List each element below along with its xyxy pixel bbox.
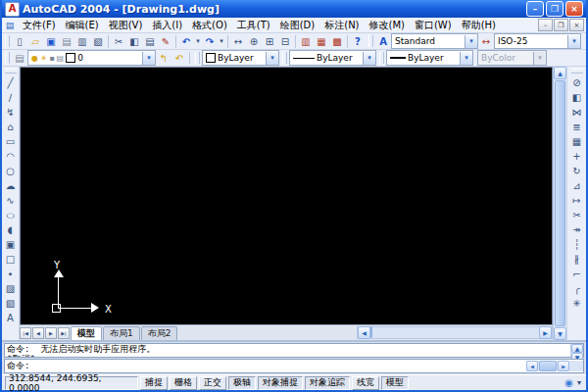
zoom-window-button[interactable]: ⊞: [262, 34, 277, 49]
layer-combo[interactable]: ● ☀ ▪ ▤ 0 ▾: [27, 50, 156, 66]
open-button[interactable]: ▱: [27, 34, 43, 49]
toolbar-grip[interactable]: [571, 69, 583, 74]
horizontal-scroll-thumb[interactable]: [370, 326, 372, 338]
chevron-down-icon[interactable]: ▾: [266, 52, 278, 65]
tab-model[interactable]: 模型: [71, 326, 102, 340]
menu-help[interactable]: 帮助(H): [457, 19, 501, 32]
snap-toggle[interactable]: 捕捉: [140, 376, 168, 390]
chevron-down-icon[interactable]: ▾: [363, 52, 375, 65]
scroll-right-arrow-icon[interactable]: ▶: [558, 361, 569, 371]
scroll-down-arrow-icon[interactable]: ▼: [554, 327, 566, 340]
menu-dimension[interactable]: 标注(N): [319, 19, 364, 32]
multiline-text-button[interactable]: A: [3, 311, 19, 325]
scroll-right-arrow-icon[interactable]: ▶: [539, 326, 552, 339]
paste-icon[interactable]: ▤: [142, 34, 158, 49]
redo-dropdown-arrow[interactable]: ▾: [218, 34, 225, 49]
color-combo[interactable]: ByLayer ▾: [202, 50, 279, 66]
toolbar-grip[interactable]: [5, 35, 10, 47]
minimize-button[interactable]: –: [526, 1, 544, 17]
scroll-up-arrow-icon[interactable]: ▲: [571, 344, 583, 353]
ellipse-arc-button[interactable]: ◖: [3, 222, 19, 237]
menu-file[interactable]: 文件(F): [18, 19, 61, 32]
zoom-previous-button[interactable]: ⊟: [277, 34, 293, 49]
chamfer-button[interactable]: ⌐: [569, 267, 585, 281]
erase-button[interactable]: ⊘: [569, 75, 585, 90]
new-button[interactable]: ▯: [12, 34, 27, 49]
dim-style-icon[interactable]: ↔: [478, 34, 494, 49]
make-object-layer-current-button[interactable]: ↰: [156, 51, 172, 66]
drawing-canvas[interactable]: Y X: [20, 67, 553, 324]
explode-button[interactable]: ✳: [569, 296, 585, 311]
command-vertical-scrollbar[interactable]: ▲ ▼: [570, 344, 583, 357]
communication-center-icon[interactable]: ◉: [564, 377, 573, 388]
undo-button[interactable]: ↶: [178, 34, 194, 49]
command-horizontal-scrollbar[interactable]: ◀ ▶: [526, 361, 583, 371]
otrack-toggle[interactable]: 对象追踪: [305, 376, 350, 390]
status-bar-menu-arrow-icon[interactable]: ▾: [575, 378, 583, 387]
break-button[interactable]: ∦: [569, 252, 585, 267]
circle-button[interactable]: ○: [3, 164, 19, 178]
toolbar-grip[interactable]: [5, 52, 10, 64]
save-button[interactable]: ▣: [43, 34, 59, 49]
menu-draw[interactable]: 绘图(D): [275, 19, 320, 32]
construction-line-button[interactable]: ∕: [3, 90, 19, 105]
dim-style-combo[interactable]: ISO-25 ▾: [494, 33, 581, 49]
lineweight-toggle[interactable]: 线宽: [352, 376, 379, 390]
menu-tools[interactable]: 工具(T): [232, 19, 275, 32]
chevron-down-icon[interactable]: ▾: [465, 35, 477, 48]
extend-button[interactable]: ↠: [569, 222, 585, 237]
polar-toggle[interactable]: 极轴: [228, 376, 256, 390]
coordinate-display[interactable]: 312.8544, 244.6935, 0.0000: [5, 376, 138, 390]
first-tab-button[interactable]: |◀: [20, 327, 31, 339]
menu-insert[interactable]: 插入(I): [147, 19, 187, 32]
mdi-restore-button[interactable]: ❐: [554, 19, 568, 31]
designcenter-button[interactable]: ▦: [314, 34, 329, 49]
chevron-down-icon[interactable]: ▾: [460, 52, 472, 65]
mirror-button[interactable]: ⋈: [569, 105, 585, 120]
offset-button[interactable]: ≣: [569, 120, 585, 134]
rectangle-button[interactable]: ▭: [3, 134, 19, 149]
vertical-scrollbar[interactable]: ▲ ▼: [553, 67, 566, 340]
toolbar-grip[interactable]: [282, 52, 287, 64]
stretch-button[interactable]: ↦: [569, 193, 585, 208]
array-button[interactable]: ▦: [569, 134, 585, 149]
menu-modify[interactable]: 修改(M): [365, 19, 410, 32]
text-style-icon[interactable]: A: [375, 34, 391, 49]
zoom-realtime-button[interactable]: ⊕: [246, 34, 262, 49]
scroll-left-arrow-icon[interactable]: ◀: [526, 361, 538, 371]
trim-button[interactable]: ✂: [569, 208, 585, 222]
mdi-close-button[interactable]: ×: [569, 19, 584, 31]
line-button[interactable]: ╱: [3, 75, 19, 90]
close-button[interactable]: ×: [565, 1, 583, 17]
polygon-button[interactable]: ⌂: [3, 120, 19, 134]
tab-layout2[interactable]: 布局2: [141, 326, 178, 340]
plot-button[interactable]: ▤: [59, 34, 74, 49]
menu-window[interactable]: 窗口(W): [410, 19, 457, 32]
layer-manager-button[interactable]: ▤: [12, 51, 27, 66]
menu-format[interactable]: 格式(O): [187, 19, 232, 32]
match-properties-button[interactable]: ✎: [158, 34, 173, 49]
previous-tab-button[interactable]: ◀: [32, 327, 44, 339]
text-style-combo[interactable]: Standard ▾: [391, 33, 478, 49]
chevron-down-icon[interactable]: ▾: [567, 35, 580, 48]
ellipse-button[interactable]: ○: [3, 211, 19, 220]
plot-preview-button[interactable]: ▥: [74, 34, 90, 49]
grid-toggle[interactable]: 栅格: [170, 376, 197, 390]
tab-layout1[interactable]: 布局1: [103, 326, 140, 340]
insert-block-button[interactable]: ▣: [3, 237, 19, 252]
toolbar-grip[interactable]: [379, 52, 384, 64]
properties-palette-button[interactable]: ▥: [298, 34, 314, 49]
scroll-up-arrow-icon[interactable]: ▲: [554, 67, 566, 79]
chevron-down-icon[interactable]: ▾: [142, 52, 155, 65]
pan-realtime-button[interactable]: ↔: [230, 34, 246, 49]
polyline-button[interactable]: ↯: [3, 105, 19, 120]
lineweight-combo[interactable]: ByLayer ▾: [386, 50, 473, 66]
command-history[interactable]: 命令: 无法启动实时助手应用程序。*取消* ▲ ▼: [4, 343, 584, 358]
next-tab-button[interactable]: ▶: [45, 327, 57, 339]
toolbar-grip[interactable]: [368, 35, 373, 47]
horizontal-scroll-track[interactable]: [370, 327, 539, 338]
layer-previous-button[interactable]: ↶: [172, 51, 187, 66]
last-tab-button[interactable]: ▶|: [58, 327, 70, 339]
undo-dropdown-arrow[interactable]: ▾: [194, 34, 202, 49]
ortho-toggle[interactable]: 正交: [199, 376, 226, 390]
